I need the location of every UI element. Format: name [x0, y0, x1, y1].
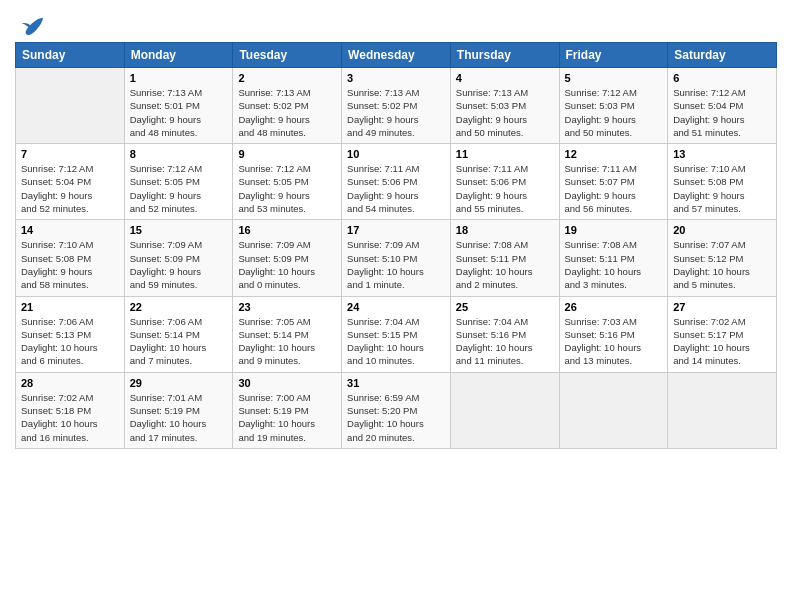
calendar-cell — [668, 372, 777, 448]
day-number: 30 — [238, 377, 336, 389]
day-number: 7 — [21, 148, 119, 160]
day-info: Sunrise: 7:08 AM Sunset: 5:11 PM Dayligh… — [456, 238, 554, 291]
day-info: Sunrise: 7:12 AM Sunset: 5:03 PM Dayligh… — [565, 86, 663, 139]
day-info: Sunrise: 7:13 AM Sunset: 5:02 PM Dayligh… — [347, 86, 445, 139]
day-info: Sunrise: 7:09 AM Sunset: 5:09 PM Dayligh… — [238, 238, 336, 291]
day-info: Sunrise: 7:11 AM Sunset: 5:07 PM Dayligh… — [565, 162, 663, 215]
day-number: 27 — [673, 301, 771, 313]
calendar-week-row: 14Sunrise: 7:10 AM Sunset: 5:08 PM Dayli… — [16, 220, 777, 296]
calendar-cell: 27Sunrise: 7:02 AM Sunset: 5:17 PM Dayli… — [668, 296, 777, 372]
day-info: Sunrise: 7:12 AM Sunset: 5:05 PM Dayligh… — [238, 162, 336, 215]
calendar-header-saturday: Saturday — [668, 43, 777, 68]
day-info: Sunrise: 7:13 AM Sunset: 5:01 PM Dayligh… — [130, 86, 228, 139]
calendar-cell: 26Sunrise: 7:03 AM Sunset: 5:16 PM Dayli… — [559, 296, 668, 372]
calendar-header-tuesday: Tuesday — [233, 43, 342, 68]
calendar-cell: 16Sunrise: 7:09 AM Sunset: 5:09 PM Dayli… — [233, 220, 342, 296]
day-info: Sunrise: 7:02 AM Sunset: 5:18 PM Dayligh… — [21, 391, 119, 444]
calendar-cell: 6Sunrise: 7:12 AM Sunset: 5:04 PM Daylig… — [668, 68, 777, 144]
calendar-cell: 24Sunrise: 7:04 AM Sunset: 5:15 PM Dayli… — [342, 296, 451, 372]
calendar-cell: 23Sunrise: 7:05 AM Sunset: 5:14 PM Dayli… — [233, 296, 342, 372]
day-info: Sunrise: 6:59 AM Sunset: 5:20 PM Dayligh… — [347, 391, 445, 444]
calendar-cell: 29Sunrise: 7:01 AM Sunset: 5:19 PM Dayli… — [124, 372, 233, 448]
calendar-cell: 14Sunrise: 7:10 AM Sunset: 5:08 PM Dayli… — [16, 220, 125, 296]
calendar-week-row: 7Sunrise: 7:12 AM Sunset: 5:04 PM Daylig… — [16, 144, 777, 220]
day-info: Sunrise: 7:05 AM Sunset: 5:14 PM Dayligh… — [238, 315, 336, 368]
calendar-cell: 3Sunrise: 7:13 AM Sunset: 5:02 PM Daylig… — [342, 68, 451, 144]
calendar-cell: 18Sunrise: 7:08 AM Sunset: 5:11 PM Dayli… — [450, 220, 559, 296]
day-info: Sunrise: 7:10 AM Sunset: 5:08 PM Dayligh… — [21, 238, 119, 291]
calendar-cell: 28Sunrise: 7:02 AM Sunset: 5:18 PM Dayli… — [16, 372, 125, 448]
calendar-header-wednesday: Wednesday — [342, 43, 451, 68]
calendar-cell: 31Sunrise: 6:59 AM Sunset: 5:20 PM Dayli… — [342, 372, 451, 448]
day-number: 24 — [347, 301, 445, 313]
day-info: Sunrise: 7:11 AM Sunset: 5:06 PM Dayligh… — [347, 162, 445, 215]
day-info: Sunrise: 7:09 AM Sunset: 5:10 PM Dayligh… — [347, 238, 445, 291]
day-number: 16 — [238, 224, 336, 236]
calendar-cell: 7Sunrise: 7:12 AM Sunset: 5:04 PM Daylig… — [16, 144, 125, 220]
calendar-cell: 10Sunrise: 7:11 AM Sunset: 5:06 PM Dayli… — [342, 144, 451, 220]
day-number: 23 — [238, 301, 336, 313]
day-number: 14 — [21, 224, 119, 236]
day-number: 20 — [673, 224, 771, 236]
calendar-cell — [559, 372, 668, 448]
day-info: Sunrise: 7:02 AM Sunset: 5:17 PM Dayligh… — [673, 315, 771, 368]
calendar-cell: 22Sunrise: 7:06 AM Sunset: 5:14 PM Dayli… — [124, 296, 233, 372]
calendar-cell: 19Sunrise: 7:08 AM Sunset: 5:11 PM Dayli… — [559, 220, 668, 296]
day-info: Sunrise: 7:01 AM Sunset: 5:19 PM Dayligh… — [130, 391, 228, 444]
day-number: 15 — [130, 224, 228, 236]
day-info: Sunrise: 7:10 AM Sunset: 5:08 PM Dayligh… — [673, 162, 771, 215]
calendar-cell — [450, 372, 559, 448]
day-number: 31 — [347, 377, 445, 389]
day-info: Sunrise: 7:12 AM Sunset: 5:05 PM Dayligh… — [130, 162, 228, 215]
logo — [15, 16, 45, 38]
calendar-cell: 2Sunrise: 7:13 AM Sunset: 5:02 PM Daylig… — [233, 68, 342, 144]
calendar-cell: 9Sunrise: 7:12 AM Sunset: 5:05 PM Daylig… — [233, 144, 342, 220]
day-info: Sunrise: 7:08 AM Sunset: 5:11 PM Dayligh… — [565, 238, 663, 291]
logo-bird-icon — [17, 16, 45, 38]
day-number: 26 — [565, 301, 663, 313]
calendar-cell: 4Sunrise: 7:13 AM Sunset: 5:03 PM Daylig… — [450, 68, 559, 144]
day-number: 10 — [347, 148, 445, 160]
day-number: 22 — [130, 301, 228, 313]
day-number: 3 — [347, 72, 445, 84]
calendar-cell — [16, 68, 125, 144]
calendar-cell: 20Sunrise: 7:07 AM Sunset: 5:12 PM Dayli… — [668, 220, 777, 296]
day-number: 11 — [456, 148, 554, 160]
day-info: Sunrise: 7:03 AM Sunset: 5:16 PM Dayligh… — [565, 315, 663, 368]
calendar-cell: 8Sunrise: 7:12 AM Sunset: 5:05 PM Daylig… — [124, 144, 233, 220]
day-number: 5 — [565, 72, 663, 84]
day-number: 18 — [456, 224, 554, 236]
day-info: Sunrise: 7:13 AM Sunset: 5:03 PM Dayligh… — [456, 86, 554, 139]
calendar-cell: 30Sunrise: 7:00 AM Sunset: 5:19 PM Dayli… — [233, 372, 342, 448]
day-number: 25 — [456, 301, 554, 313]
calendar-week-row: 1Sunrise: 7:13 AM Sunset: 5:01 PM Daylig… — [16, 68, 777, 144]
page-header — [15, 10, 777, 38]
calendar-cell: 25Sunrise: 7:04 AM Sunset: 5:16 PM Dayli… — [450, 296, 559, 372]
calendar-cell: 1Sunrise: 7:13 AM Sunset: 5:01 PM Daylig… — [124, 68, 233, 144]
calendar-header-sunday: Sunday — [16, 43, 125, 68]
day-number: 29 — [130, 377, 228, 389]
day-info: Sunrise: 7:06 AM Sunset: 5:13 PM Dayligh… — [21, 315, 119, 368]
calendar-cell: 15Sunrise: 7:09 AM Sunset: 5:09 PM Dayli… — [124, 220, 233, 296]
calendar-week-row: 21Sunrise: 7:06 AM Sunset: 5:13 PM Dayli… — [16, 296, 777, 372]
day-info: Sunrise: 7:07 AM Sunset: 5:12 PM Dayligh… — [673, 238, 771, 291]
day-info: Sunrise: 7:13 AM Sunset: 5:02 PM Dayligh… — [238, 86, 336, 139]
calendar-cell: 5Sunrise: 7:12 AM Sunset: 5:03 PM Daylig… — [559, 68, 668, 144]
day-number: 1 — [130, 72, 228, 84]
day-number: 6 — [673, 72, 771, 84]
day-info: Sunrise: 7:11 AM Sunset: 5:06 PM Dayligh… — [456, 162, 554, 215]
day-number: 19 — [565, 224, 663, 236]
day-number: 21 — [21, 301, 119, 313]
day-number: 17 — [347, 224, 445, 236]
day-number: 12 — [565, 148, 663, 160]
day-info: Sunrise: 7:12 AM Sunset: 5:04 PM Dayligh… — [673, 86, 771, 139]
day-info: Sunrise: 7:04 AM Sunset: 5:16 PM Dayligh… — [456, 315, 554, 368]
day-number: 2 — [238, 72, 336, 84]
calendar-week-row: 28Sunrise: 7:02 AM Sunset: 5:18 PM Dayli… — [16, 372, 777, 448]
day-info: Sunrise: 7:09 AM Sunset: 5:09 PM Dayligh… — [130, 238, 228, 291]
calendar-cell: 11Sunrise: 7:11 AM Sunset: 5:06 PM Dayli… — [450, 144, 559, 220]
calendar-cell: 13Sunrise: 7:10 AM Sunset: 5:08 PM Dayli… — [668, 144, 777, 220]
calendar-header-friday: Friday — [559, 43, 668, 68]
day-number: 28 — [21, 377, 119, 389]
day-info: Sunrise: 7:04 AM Sunset: 5:15 PM Dayligh… — [347, 315, 445, 368]
